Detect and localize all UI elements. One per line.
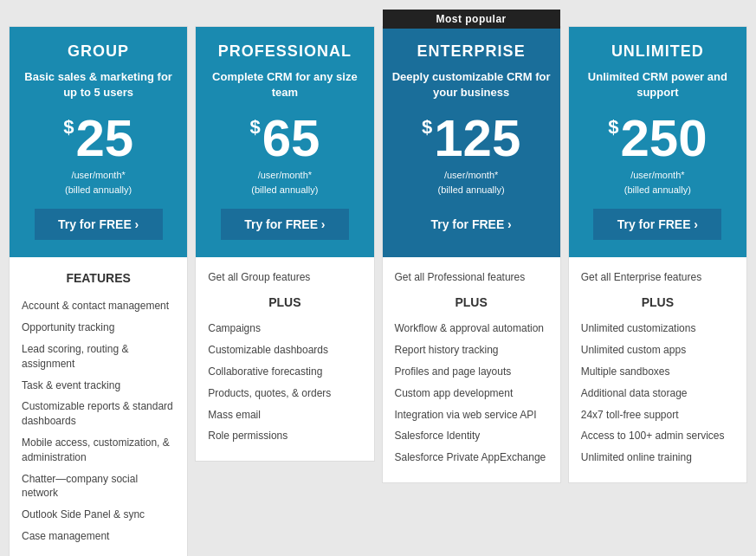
price-dollar: $ <box>422 116 432 139</box>
plus-title: PLUS <box>581 295 734 309</box>
plan-tagline: Unlimited CRM power and support <box>578 69 738 100</box>
plan-body: Get all Group featuresPLUSCampaignsCusto… <box>196 257 373 461</box>
feature-item: Lead scoring, routing & assignment <box>22 339 175 375</box>
plus-title: PLUS <box>208 295 361 309</box>
plan-group: GROUP Basic sales & marketing for up to … <box>9 26 188 556</box>
feature-item: Collaborative forecasting <box>208 361 361 383</box>
feature-item: Salesforce Private AppExchange <box>395 447 548 469</box>
feature-item: Opportunity tracking <box>22 317 175 339</box>
try-free-button[interactable]: Try for FREE › <box>407 209 535 240</box>
get-all-text: Get all Enterprise features <box>581 271 734 283</box>
feature-item: Task & event tracking <box>22 375 175 397</box>
plan-name: PROFESSIONAL <box>204 42 365 61</box>
plan-body: Get all Enterprise featuresPLUSUnlimited… <box>569 257 746 482</box>
feature-item: Account & contact management <box>22 295 175 317</box>
feature-item: Unlimited customizations <box>581 318 734 339</box>
try-free-button[interactable]: Try for FREE › <box>221 209 349 240</box>
price-number: 65 <box>262 113 320 165</box>
feature-item: Additional data storage <box>581 383 734 404</box>
feature-item: Workflow & approval automation <box>395 318 548 339</box>
price-period: /user/month*(billed annually) <box>204 168 365 197</box>
feature-item: Unlimited online training <box>581 447 734 469</box>
plan-body: Get all Professional featuresPLUSWorkflo… <box>383 257 560 482</box>
try-free-button[interactable]: Try for FREE › <box>593 209 721 240</box>
plan-header: ENTERPRISE Deeply customizable CRM for y… <box>383 27 560 257</box>
price-period: /user/month*(billed annually) <box>18 168 178 197</box>
price-number: 25 <box>75 113 133 165</box>
plan-unlimited: UNLIMITED Unlimited CRM power and suppor… <box>568 26 747 483</box>
feature-item: Role permissions <box>208 425 361 447</box>
feature-item: Profiles and page layouts <box>395 361 548 383</box>
feature-item: Customizable dashboards <box>208 339 361 361</box>
get-all-text: Get all Group features <box>208 271 361 283</box>
feature-item: Mobile access, customization, & administ… <box>22 432 175 469</box>
plan-name: UNLIMITED <box>578 42 738 61</box>
price-number: 250 <box>620 113 707 165</box>
feature-item: Customizable reports & standard dashboar… <box>22 396 175 432</box>
plan-header: PROFESSIONAL Complete CRM for any size t… <box>196 27 373 257</box>
plan-tagline: Basic sales & marketing for up to 5 user… <box>18 69 178 100</box>
plan-header: UNLIMITED Unlimited CRM power and suppor… <box>569 27 746 257</box>
plan-body: FEATURESAccount & contact managementOppo… <box>10 257 187 556</box>
get-all-text: Get all Professional features <box>395 271 548 283</box>
feature-item: Mass email <box>208 404 361 426</box>
feature-item: Chatter—company social network <box>22 469 175 505</box>
feature-item: Salesforce Identity <box>395 425 548 447</box>
feature-item: Custom app development <box>395 383 548 404</box>
feature-item: 24x7 toll-free support <box>581 404 734 426</box>
plan-enterprise: Most popular ENTERPRISE Deeply customiza… <box>382 26 561 483</box>
features-title: FEATURES <box>22 271 175 285</box>
feature-item: Multiple sandboxes <box>581 361 734 383</box>
feature-item: Outlook Side Panel & sync <box>22 504 175 526</box>
feature-item: Case management <box>22 526 175 547</box>
price-amount: $ 65 <box>204 113 365 165</box>
price-dollar: $ <box>608 116 618 139</box>
feature-item: Access to 100+ admin services <box>581 425 734 447</box>
price-amount: $ 25 <box>18 113 178 165</box>
price-period: /user/month*(billed annually) <box>578 168 738 197</box>
feature-item: Integration via web service API <box>395 404 548 426</box>
price-amount: $ 250 <box>578 113 738 165</box>
plan-header: GROUP Basic sales & marketing for up to … <box>10 27 187 257</box>
plan-professional: PROFESSIONAL Complete CRM for any size t… <box>195 26 374 462</box>
plan-name: GROUP <box>18 42 178 61</box>
price-dollar: $ <box>249 116 260 139</box>
feature-item: Unlimited custom apps <box>581 339 734 361</box>
most-popular-badge: Most popular <box>383 10 560 29</box>
feature-item: Products, quotes, & orders <box>208 383 361 404</box>
plan-tagline: Complete CRM for any size team <box>204 69 365 100</box>
plan-name: ENTERPRISE <box>391 42 552 61</box>
price-dollar: $ <box>63 116 74 139</box>
feature-item: Campaigns <box>208 318 361 339</box>
price-period: /user/month*(billed annually) <box>391 168 552 197</box>
plan-tagline: Deeply customizable CRM for your busines… <box>391 69 552 100</box>
price-number: 125 <box>434 113 520 165</box>
try-free-button[interactable]: Try for FREE › <box>35 209 163 240</box>
feature-item: Report history tracking <box>395 339 548 361</box>
plus-title: PLUS <box>395 295 548 309</box>
price-amount: $ 125 <box>391 113 552 165</box>
pricing-container: GROUP Basic sales & marketing for up to … <box>9 9 747 556</box>
